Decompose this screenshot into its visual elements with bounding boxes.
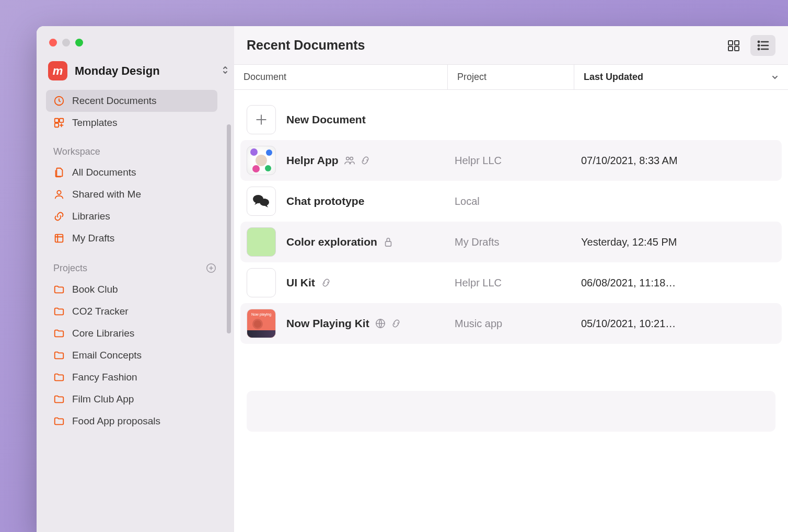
nav-item-label: CO2 Tracker — [72, 306, 129, 317]
person-icon — [53, 189, 65, 200]
nav-all-documents[interactable]: All Documents — [46, 161, 217, 183]
app-window: m Monday Design Recent Documents — [37, 26, 788, 532]
grid-view-button[interactable] — [721, 35, 746, 56]
maximize-window-button[interactable] — [75, 39, 83, 47]
document-row[interactable]: Helpr App Helpr LLC 07/10/2021, 8:33 AM — [240, 140, 782, 181]
svg-point-11 — [758, 41, 759, 42]
document-updated: 06/08/2021, 11:18… — [577, 277, 775, 289]
list-view-button[interactable] — [750, 35, 775, 56]
new-document-row[interactable]: New Document — [240, 99, 782, 140]
document-thumbnail: Now playing — [247, 309, 276, 338]
nav-recent-documents[interactable]: Recent Documents — [46, 90, 217, 112]
view-toggle — [721, 35, 775, 56]
linked-icon — [320, 277, 332, 288]
document-row[interactable]: Color exploration My Drafts Yesterday, 1… — [240, 222, 782, 262]
column-label: Last Updated — [584, 72, 643, 83]
document-project: Helpr LLC — [450, 277, 577, 289]
nav-item-label: Fancy Fashion — [72, 372, 137, 383]
projects-section-header: Projects — [46, 249, 234, 279]
svg-rect-2 — [60, 119, 63, 122]
folder-icon — [53, 394, 65, 405]
titlebar: Recent Documents — [234, 26, 788, 65]
link-icon — [53, 211, 65, 222]
minimize-window-button[interactable] — [62, 39, 70, 47]
svg-rect-7 — [728, 41, 733, 45]
document-updated: 05/10/2021, 10:21… — [577, 318, 775, 330]
drafts-icon — [53, 233, 65, 244]
workspace-section-header: Workspace — [46, 134, 234, 161]
column-last-updated[interactable]: Last Updated — [574, 65, 788, 89]
document-updated: Yesterday, 12:45 PM — [577, 236, 775, 248]
globe-icon — [375, 318, 386, 329]
team-logo: m — [48, 61, 67, 80]
svg-rect-10 — [735, 47, 739, 51]
column-document[interactable]: Document — [234, 72, 447, 83]
new-document-label: New Document — [286, 113, 366, 126]
linked-icon — [390, 318, 402, 329]
footer-bar — [247, 391, 775, 432]
folder-icon — [53, 328, 65, 339]
column-project[interactable]: Project — [447, 65, 574, 89]
svg-point-12 — [758, 44, 759, 45]
nav-my-drafts[interactable]: My Drafts — [46, 227, 217, 249]
nav-item-label: Core Libraries — [72, 328, 134, 339]
document-name: Helpr App — [286, 154, 339, 167]
document-list: New Document Helpr App Helpr LLC 07/10/2… — [234, 90, 788, 432]
document-row[interactable]: Chat prototype Local — [240, 181, 782, 222]
folder-icon — [53, 284, 65, 295]
nav-primary: Recent Documents Templates — [46, 90, 234, 134]
folder-icon — [53, 415, 65, 427]
svg-rect-8 — [735, 41, 739, 45]
document-thumbnail — [247, 146, 276, 175]
svg-rect-5 — [55, 235, 63, 242]
project-book-club[interactable]: Book Club — [46, 279, 217, 300]
document-project: My Drafts — [450, 236, 577, 248]
page-title: Recent Documents — [247, 38, 721, 53]
nav-item-label: Food App proposals — [72, 415, 160, 427]
svg-point-17 — [260, 199, 269, 206]
document-thumbnail — [247, 227, 276, 257]
document-name: Now Playing Kit — [286, 317, 369, 330]
document-project: Local — [450, 195, 577, 207]
document-thumbnail — [247, 187, 276, 216]
nav-shared-with-me[interactable]: Shared with Me — [46, 183, 217, 205]
nav-item-label: Book Club — [72, 284, 118, 295]
nav-item-label: Email Concepts — [72, 350, 142, 361]
document-name: Chat prototype — [286, 195, 364, 207]
templates-icon — [53, 117, 65, 129]
lock-icon — [383, 237, 394, 247]
project-core-libraries[interactable]: Core Libraries — [46, 322, 217, 344]
chevron-down-icon — [771, 74, 779, 81]
add-project-button[interactable] — [205, 262, 217, 274]
document-project: Music app — [450, 318, 577, 330]
nav-item-label: Recent Documents — [72, 95, 157, 107]
nav-templates[interactable]: Templates — [46, 112, 217, 134]
nav-item-label: Shared with Me — [72, 189, 141, 200]
svg-rect-3 — [55, 123, 59, 127]
svg-point-15 — [350, 157, 353, 160]
sidebar: m Monday Design Recent Documents — [37, 26, 234, 532]
document-row[interactable]: Now playing Now Playing Kit Music app 05… — [240, 303, 782, 344]
nav-libraries[interactable]: Libraries — [46, 205, 217, 227]
plus-icon — [247, 105, 276, 134]
sidebar-scrollbar[interactable] — [227, 124, 231, 333]
document-row[interactable]: UI Kit Helpr LLC 06/08/2021, 11:18… — [240, 262, 782, 303]
nav-projects: Book Club CO2 Tracker Core Libraries Ema… — [46, 279, 234, 432]
document-name: UI Kit — [286, 276, 315, 289]
section-title: Workspace — [53, 146, 100, 157]
folder-icon — [53, 350, 65, 361]
nav-item-label: My Drafts — [72, 233, 114, 244]
team-switcher[interactable]: m Monday Design — [46, 58, 234, 84]
project-email-concepts[interactable]: Email Concepts — [46, 344, 217, 366]
project-food-app-proposals[interactable]: Food App proposals — [46, 410, 217, 432]
nav-item-label: Templates — [72, 117, 118, 129]
document-updated: 07/10/2021, 8:33 AM — [577, 155, 775, 167]
section-title: Projects — [53, 263, 87, 274]
project-co2-tracker[interactable]: CO2 Tracker — [46, 300, 217, 322]
document-thumbnail — [247, 268, 276, 297]
project-film-club-app[interactable]: Film Club App — [46, 388, 217, 410]
close-window-button[interactable] — [49, 39, 57, 47]
svg-rect-18 — [385, 241, 391, 246]
svg-rect-1 — [55, 119, 59, 122]
project-fancy-fashion[interactable]: Fancy Fashion — [46, 366, 217, 388]
